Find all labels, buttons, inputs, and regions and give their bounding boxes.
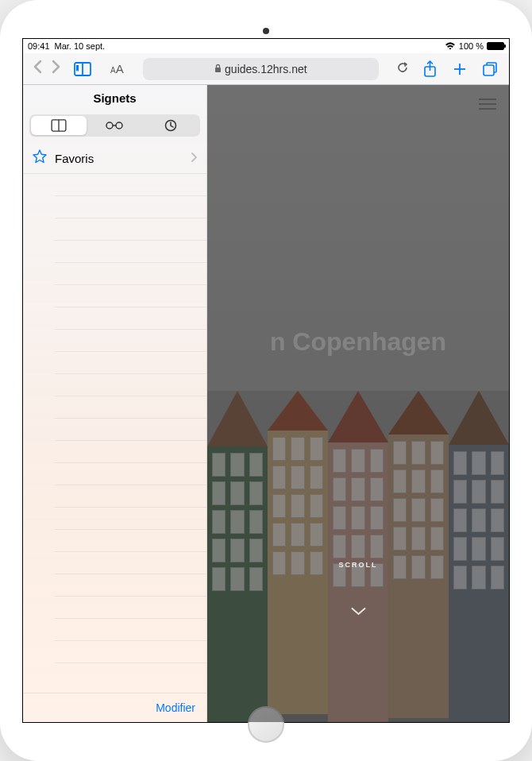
address-bar[interactable]: guides.12hrs.net bbox=[143, 58, 379, 80]
list-row bbox=[55, 441, 206, 463]
list-row bbox=[55, 419, 206, 441]
list-row bbox=[55, 374, 206, 396]
svg-point-10 bbox=[106, 122, 113, 129]
battery-icon bbox=[487, 42, 504, 50]
hamburger-menu-icon[interactable] bbox=[479, 98, 496, 114]
list-row bbox=[55, 174, 206, 196]
list-row bbox=[55, 463, 206, 485]
front-camera bbox=[263, 28, 269, 34]
list-row bbox=[55, 641, 206, 663]
list-row bbox=[55, 619, 206, 641]
star-icon bbox=[33, 149, 47, 167]
ipad-frame: 09:41 Mar. 10 sept. 100 % bbox=[0, 0, 532, 761]
new-tab-button[interactable] bbox=[450, 60, 469, 78]
reload-button[interactable] bbox=[388, 60, 417, 78]
back-button[interactable] bbox=[33, 60, 42, 78]
svg-rect-7 bbox=[484, 65, 494, 75]
list-row bbox=[55, 241, 206, 263]
url-text: guides.12hrs.net bbox=[225, 63, 307, 75]
list-row bbox=[55, 574, 206, 597]
svg-rect-2 bbox=[215, 68, 221, 72]
status-date: Mar. 10 sept. bbox=[55, 41, 106, 51]
svg-point-11 bbox=[116, 122, 122, 129]
history-tab[interactable] bbox=[143, 116, 199, 135]
list-row bbox=[55, 330, 206, 352]
toolbar-right bbox=[420, 60, 503, 78]
bookmarks-tab[interactable] bbox=[31, 116, 87, 135]
list-row bbox=[55, 263, 206, 285]
tabs-button[interactable] bbox=[480, 60, 499, 78]
edit-button[interactable]: Modifier bbox=[23, 693, 206, 722]
dimming-overlay[interactable] bbox=[207, 85, 509, 722]
list-row bbox=[55, 552, 206, 574]
forward-button[interactable] bbox=[52, 60, 61, 78]
bookmarks-sidebar: Signets bbox=[23, 85, 207, 722]
bookmark-item-favoris[interactable]: Favoris bbox=[23, 143, 206, 174]
list-row bbox=[55, 196, 206, 218]
text-size-button[interactable]: AA bbox=[101, 62, 133, 75]
status-bar: 09:41 Mar. 10 sept. 100 % bbox=[23, 39, 509, 53]
wifi-icon bbox=[445, 42, 456, 50]
scroll-indicator: SCROLL bbox=[339, 561, 378, 620]
bookmark-label: Favoris bbox=[55, 152, 183, 165]
ipad-screen: 09:41 Mar. 10 sept. 100 % bbox=[22, 38, 510, 723]
sidebar-tabs bbox=[29, 114, 200, 137]
reading-list-tab[interactable] bbox=[87, 116, 142, 135]
scroll-label: SCROLL bbox=[339, 561, 378, 569]
list-row bbox=[55, 530, 206, 552]
bookmarks-button[interactable] bbox=[67, 62, 98, 76]
status-left: 09:41 Mar. 10 sept. bbox=[28, 41, 105, 51]
sidebar-title: Signets bbox=[23, 85, 206, 111]
list-row bbox=[55, 396, 206, 419]
list-row bbox=[55, 597, 206, 619]
content-area: Signets bbox=[23, 85, 509, 722]
status-time: 09:41 bbox=[28, 41, 50, 51]
battery-percent: 100 % bbox=[459, 41, 484, 51]
list-row bbox=[55, 508, 206, 530]
list-row bbox=[55, 485, 206, 508]
list-row bbox=[55, 307, 206, 330]
bookmark-list[interactable]: Favoris bbox=[23, 143, 206, 693]
status-right: 100 % bbox=[445, 41, 504, 51]
webpage-content[interactable]: n Copenhagen SCROLL bbox=[207, 85, 509, 722]
chevron-right-icon bbox=[191, 152, 197, 164]
nav-arrows bbox=[29, 60, 64, 78]
share-button[interactable] bbox=[420, 60, 439, 78]
safari-toolbar: AA guides.12hrs.net bbox=[23, 53, 509, 85]
list-row bbox=[55, 218, 206, 241]
list-row bbox=[55, 285, 206, 307]
lock-icon bbox=[214, 64, 222, 75]
list-row bbox=[55, 352, 206, 374]
chevron-down-icon bbox=[339, 604, 378, 620]
